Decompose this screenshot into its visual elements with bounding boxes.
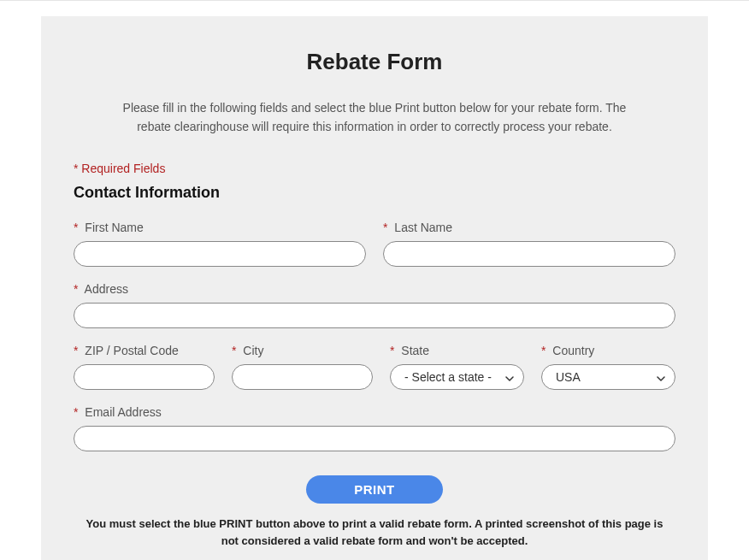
first-name-input[interactable]	[74, 241, 366, 267]
last-name-input[interactable]	[383, 241, 675, 267]
field-city: * City	[232, 344, 373, 390]
row-name: * First Name * Last Name	[74, 221, 675, 267]
row-email: * Email Address	[74, 405, 675, 451]
asterisk-icon: *	[74, 344, 78, 357]
field-state: * State - Select a state -	[390, 344, 524, 390]
asterisk-icon: *	[383, 221, 387, 234]
asterisk-icon: *	[541, 344, 546, 357]
label-text: First Name	[85, 221, 143, 234]
label-email: * Email Address	[74, 405, 675, 419]
intro-text: Please fill in the following fields and …	[118, 99, 631, 136]
field-country: * Country USA	[541, 344, 675, 390]
field-zip: * ZIP / Postal Code	[74, 344, 215, 390]
required-fields-note: * Required Fields	[74, 162, 675, 175]
label-state: * State	[390, 344, 524, 357]
disclaimer-text: You must select the blue PRINT button ab…	[84, 516, 665, 549]
rebate-form-container: Rebate Form Please fill in the following…	[41, 16, 708, 560]
field-address: * Address	[74, 282, 675, 328]
label-address: * Address	[74, 282, 675, 296]
label-country: * Country	[541, 344, 675, 357]
field-last-name: * Last Name	[383, 221, 675, 267]
field-email: * Email Address	[74, 405, 675, 451]
address-input[interactable]	[74, 303, 675, 328]
label-text: City	[243, 344, 263, 357]
label-city: * City	[232, 344, 373, 357]
label-text: Country	[552, 344, 594, 357]
asterisk-icon: *	[74, 162, 78, 175]
zip-input[interactable]	[74, 364, 215, 390]
city-input[interactable]	[232, 364, 373, 390]
asterisk-icon: *	[232, 344, 236, 357]
print-button[interactable]: PRINT	[306, 475, 443, 504]
label-text: ZIP / Postal Code	[85, 344, 178, 357]
label-last-name: * Last Name	[383, 221, 675, 234]
section-contact-heading: Contact Information	[74, 184, 675, 202]
asterisk-icon: *	[390, 344, 394, 357]
country-select[interactable]: USA	[541, 364, 675, 390]
row-location: * ZIP / Postal Code * City * State	[74, 344, 675, 390]
required-fields-label: Required Fields	[81, 162, 165, 175]
state-select[interactable]: - Select a state -	[390, 364, 524, 390]
label-text: Last Name	[394, 221, 452, 234]
print-row: PRINT	[74, 475, 675, 504]
asterisk-icon: *	[74, 405, 78, 419]
field-first-name: * First Name	[74, 221, 366, 267]
label-text: State	[401, 344, 429, 357]
email-input[interactable]	[74, 426, 675, 451]
label-text: Email Address	[85, 405, 161, 419]
page-wrap: Rebate Form Please fill in the following…	[0, 0, 749, 560]
asterisk-icon: *	[74, 221, 78, 234]
label-first-name: * First Name	[74, 221, 366, 234]
asterisk-icon: *	[74, 282, 78, 296]
page-title: Rebate Form	[74, 49, 675, 75]
label-text: Address	[85, 282, 128, 296]
row-address: * Address	[74, 282, 675, 328]
label-zip: * ZIP / Postal Code	[74, 344, 215, 357]
